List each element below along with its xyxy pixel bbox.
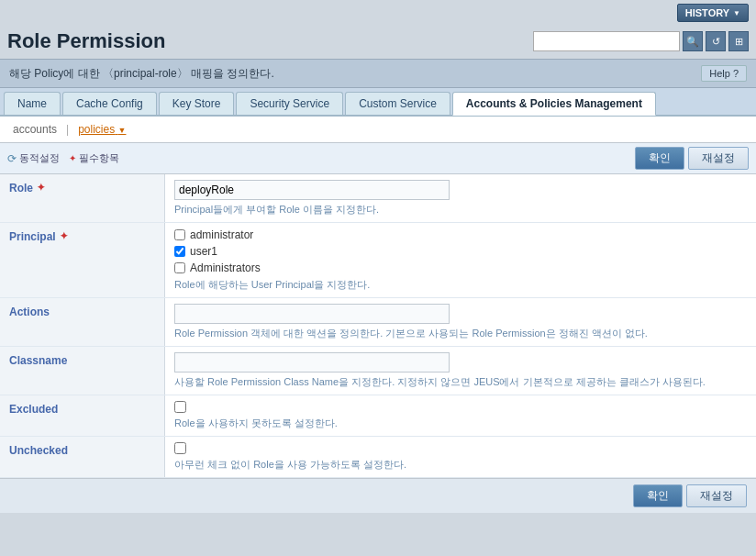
tab-custom-service[interactable]: Custom Service [345, 92, 450, 115]
toolbar: ⟳ 동적설정 ✦ 필수항목 확인 재설정 [0, 143, 756, 174]
administrators-checkbox[interactable] [174, 262, 185, 273]
administrator-checkbox[interactable] [174, 229, 185, 240]
sub-tab-policies[interactable]: policies ▼ [74, 121, 129, 138]
actions-input[interactable] [174, 304, 450, 324]
content-area: Role ✦ Principal들에게 부여할 Role 이름을 지정한다. P… [0, 174, 756, 478]
unchecked-checkbox[interactable] [174, 442, 186, 454]
search-button[interactable]: 🔍 [683, 31, 703, 51]
search-area: 🔍 ↺ ⊞ [533, 31, 749, 51]
tab-key-store[interactable]: Key Store [159, 92, 235, 115]
page-header: Role Permission 🔍 ↺ ⊞ [0, 26, 756, 59]
role-content: Principal들에게 부여할 Role 이름을 지정한다. [165, 174, 756, 222]
principal-user1[interactable]: user1 [174, 245, 747, 258]
principal-checkbox-group: administrator user1 Administrators [174, 228, 747, 274]
excluded-content: Role을 사용하지 못하도록 설정한다. [165, 395, 756, 436]
required-star-icon: ✦ [69, 153, 76, 163]
excluded-row: Excluded Role을 사용하지 못하도록 설정한다. [0, 395, 756, 437]
role-label: Role ✦ [0, 174, 165, 222]
tab-cache-config[interactable]: Cache Config [62, 92, 157, 115]
policies-dropdown-icon: ▼ [118, 126, 127, 135]
info-bar: 해당 Policy에 대한 〈principal-role〉 매핑을 정의한다.… [0, 59, 756, 88]
excluded-checkbox[interactable] [174, 401, 186, 413]
tab-accounts-policies[interactable]: Accounts & Policies Management [452, 92, 656, 116]
actions-label: Actions [0, 298, 165, 346]
unchecked-row: Unchecked 아무런 체크 없이 Role을 사용 가능하도록 설정한다. [0, 437, 756, 478]
unchecked-desc: 아무런 체크 없이 Role을 사용 가능하도록 설정한다. [174, 458, 747, 472]
principal-administrators[interactable]: Administrators [174, 261, 747, 274]
export-button[interactable]: ⊞ [728, 31, 749, 51]
policies-label: policies [78, 123, 115, 136]
history-arrow-icon: ▼ [733, 9, 740, 17]
unchecked-content: 아무런 체크 없이 Role을 사용 가능하도록 설정한다. [165, 437, 756, 477]
required-item[interactable]: ✦ 필수항목 [69, 151, 119, 165]
principal-content: administrator user1 Administrators Role에… [165, 223, 756, 297]
unchecked-label: Unchecked [0, 437, 165, 477]
help-button[interactable]: Help ? [701, 65, 747, 82]
sub-divider: | [66, 123, 69, 136]
confirm-button-bottom[interactable]: 확인 [633, 484, 683, 507]
required-label: 필수항목 [79, 151, 119, 165]
role-required-icon: ✦ [37, 182, 45, 194]
history-label: HISTORY [685, 7, 729, 18]
bottom-bar: 확인 재설정 [0, 478, 756, 513]
tabs-container: Name Cache Config Key Store Security Ser… [0, 88, 756, 117]
excluded-desc: Role을 사용하지 못하도록 설정한다. [174, 417, 747, 430]
actions-desc: Role Permission 객체에 대한 액션을 정의한다. 기본으로 사용… [174, 327, 747, 340]
excluded-label-text: Excluded [9, 403, 58, 416]
dynamic-icon: ⟳ [7, 152, 17, 165]
history-button[interactable]: HISTORY ▼ [677, 4, 749, 22]
classname-row: Classname 사용할 Role Permission Class Name… [0, 347, 756, 395]
excluded-checkbox-wrapper [174, 401, 747, 413]
classname-label-text: Classname [9, 354, 67, 367]
refresh-button[interactable]: ↺ [706, 31, 726, 51]
principal-label-text: Principal [9, 230, 56, 243]
actions-row: Actions Role Permission 객체에 대한 액션을 정의한다.… [0, 298, 756, 347]
tab-name[interactable]: Name [4, 92, 61, 115]
reset-button-toolbar[interactable]: 재설정 [688, 147, 749, 170]
principal-required-icon: ✦ [60, 230, 68, 242]
role-label-text: Role [9, 182, 33, 195]
search-input[interactable] [533, 31, 680, 51]
principal-row: Principal ✦ administrator user1 Administ… [0, 223, 756, 298]
principal-label: Principal ✦ [0, 223, 165, 297]
excluded-label: Excluded [0, 395, 165, 436]
role-row: Role ✦ Principal들에게 부여할 Role 이름을 지정한다. [0, 174, 756, 223]
classname-label: Classname [0, 347, 165, 395]
principal-desc: Role에 해당하는 User Principal을 지정한다. [174, 278, 747, 292]
role-desc: Principal들에게 부여할 Role 이름을 지정한다. [174, 203, 747, 217]
dynamic-settings-item[interactable]: ⟳ 동적설정 [7, 151, 60, 165]
unchecked-checkbox-wrapper [174, 442, 747, 454]
toolbar-left: ⟳ 동적설정 ✦ 필수항목 [7, 151, 119, 165]
tab-security-service[interactable]: Security Service [236, 92, 343, 115]
info-message: 해당 Policy에 대한 〈principal-role〉 매핑을 정의한다. [9, 66, 274, 82]
classname-desc: 사용할 Role Permission Class Name을 지정한다. 지정… [174, 375, 747, 389]
actions-label-text: Actions [9, 306, 50, 318]
user1-label: user1 [190, 245, 217, 258]
administrator-label: administrator [190, 228, 253, 241]
administrators-label: Administrators [190, 261, 261, 274]
top-bar: HISTORY ▼ [0, 0, 756, 26]
role-input[interactable] [174, 180, 450, 200]
unchecked-label-text: Unchecked [9, 444, 68, 457]
reset-button-bottom[interactable]: 재설정 [686, 484, 747, 507]
confirm-button-toolbar[interactable]: 확인 [635, 147, 684, 170]
classname-content: 사용할 Role Permission Class Name을 지정한다. 지정… [165, 347, 756, 395]
sub-tabs: accounts | policies ▼ [0, 117, 756, 143]
actions-content: Role Permission 객체에 대한 액션을 정의한다. 기본으로 사용… [165, 298, 756, 346]
dynamic-label: 동적설정 [19, 151, 60, 165]
classname-input[interactable] [174, 352, 450, 373]
user1-checkbox[interactable] [174, 246, 185, 257]
page-title: Role Permission [7, 29, 165, 53]
sub-tab-accounts[interactable]: accounts [9, 121, 61, 138]
principal-administrator[interactable]: administrator [174, 228, 747, 241]
toolbar-right: 확인 재설정 [635, 147, 749, 170]
